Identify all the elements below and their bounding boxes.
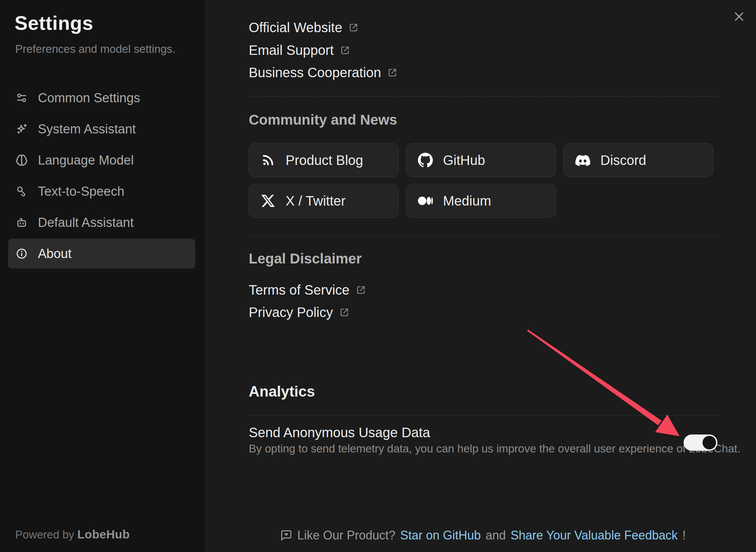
product-blog-button[interactable]: Product Blog bbox=[249, 143, 399, 177]
sidebar-menu: Common Settings System Assistant Languag… bbox=[8, 83, 195, 269]
page-subtitle: Preferences and model settings. bbox=[15, 43, 175, 56]
usage-toggle[interactable] bbox=[684, 434, 717, 451]
discord-icon bbox=[575, 153, 590, 168]
contact-us-title: Contact Us bbox=[249, 0, 324, 1]
sidebar-item-label: About bbox=[38, 247, 71, 261]
footer-text: ! bbox=[683, 528, 686, 543]
brain-icon bbox=[16, 154, 28, 166]
star-on-github-link[interactable]: Star on GitHub bbox=[400, 528, 481, 543]
official-website-link[interactable]: Official Website bbox=[249, 19, 359, 36]
toggle-knob bbox=[703, 436, 716, 449]
medium-button[interactable]: Medium bbox=[406, 184, 556, 218]
sidebar-item-about[interactable]: About bbox=[8, 239, 195, 269]
feedback-footer: Like Our Product? Star on GitHub and Sha… bbox=[249, 528, 717, 543]
x-twitter-button[interactable]: X / Twitter bbox=[249, 184, 399, 218]
sidebar-item-label: Language Model bbox=[38, 153, 134, 168]
discord-button[interactable]: Discord bbox=[563, 143, 713, 177]
external-link-icon bbox=[356, 285, 366, 295]
close-icon[interactable] bbox=[733, 10, 745, 23]
legal-title: Legal Disclaimer bbox=[249, 251, 362, 267]
section-divider bbox=[249, 235, 717, 236]
usage-data-label: Send Anonymous Usage Data bbox=[249, 425, 430, 440]
button-label: X / Twitter bbox=[286, 193, 346, 209]
button-label: Discord bbox=[600, 153, 646, 168]
section-divider bbox=[249, 96, 717, 97]
info-icon bbox=[16, 248, 28, 260]
community-title: Community and News bbox=[249, 112, 397, 128]
link-label: Email Support bbox=[249, 43, 334, 58]
link-label: Privacy Policy bbox=[249, 305, 333, 320]
button-label: Product Blog bbox=[286, 153, 363, 168]
footer-text: and bbox=[486, 528, 506, 543]
terms-of-service-link[interactable]: Terms of Service bbox=[249, 282, 366, 298]
share-feedback-link[interactable]: Share Your Valuable Feedback bbox=[511, 528, 678, 543]
sliders-icon bbox=[16, 92, 28, 104]
section-divider bbox=[249, 415, 717, 416]
sidebar-item-label: Common Settings bbox=[38, 91, 140, 105]
usage-data-description: By opting to send telemetry data, you ca… bbox=[249, 442, 740, 455]
business-cooperation-link[interactable]: Business Cooperation bbox=[249, 64, 398, 81]
sparkles-icon bbox=[16, 123, 28, 135]
sidebar-item-language-model[interactable]: Language Model bbox=[8, 145, 195, 175]
external-link-icon bbox=[387, 67, 398, 78]
footer-text: Like Our Product? bbox=[297, 528, 395, 543]
email-support-link[interactable]: Email Support bbox=[249, 42, 350, 58]
sidebar-item-system-assistant[interactable]: System Assistant bbox=[8, 114, 195, 144]
powered-by: Powered by LobeHub bbox=[15, 528, 130, 541]
github-button[interactable]: GitHub bbox=[406, 143, 556, 177]
button-label: GitHub bbox=[443, 153, 485, 168]
sidebar-item-text-to-speech[interactable]: Text-to-Speech bbox=[8, 176, 195, 206]
page-title: Settings bbox=[15, 12, 93, 34]
message-heart-icon bbox=[280, 529, 292, 542]
rss-icon bbox=[261, 153, 275, 168]
github-icon bbox=[418, 153, 433, 168]
x-twitter-icon bbox=[261, 193, 275, 208]
medium-icon bbox=[418, 193, 433, 208]
link-label: Business Cooperation bbox=[249, 65, 381, 80]
link-label: Official Website bbox=[249, 20, 342, 35]
sidebar-item-label: Text-to-Speech bbox=[38, 184, 125, 199]
settings-page: { "sidebar": { "title": "Settings", "sub… bbox=[0, 0, 756, 552]
mic-icon bbox=[16, 185, 28, 197]
sidebar-item-label: Default Assistant bbox=[38, 215, 134, 230]
button-label: Medium bbox=[443, 193, 491, 209]
bot-icon bbox=[16, 216, 28, 229]
community-buttons: Product Blog GitHub Discord bbox=[249, 143, 713, 218]
settings-sidebar: Settings Preferences and model settings.… bbox=[0, 0, 206, 552]
sidebar-item-default-assistant[interactable]: Default Assistant bbox=[8, 208, 195, 237]
lobehub-brand: LobeHub bbox=[77, 528, 130, 541]
link-label: Terms of Service bbox=[249, 282, 350, 298]
sidebar-item-common-settings[interactable]: Common Settings bbox=[8, 83, 195, 113]
external-link-icon bbox=[348, 22, 359, 33]
privacy-policy-link[interactable]: Privacy Policy bbox=[249, 304, 350, 320]
external-link-icon bbox=[339, 307, 350, 318]
external-link-icon bbox=[340, 45, 350, 56]
powered-by-text: Powered by bbox=[15, 528, 74, 541]
sidebar-item-label: System Assistant bbox=[38, 122, 136, 136]
analytics-title: Analytics bbox=[249, 383, 315, 400]
